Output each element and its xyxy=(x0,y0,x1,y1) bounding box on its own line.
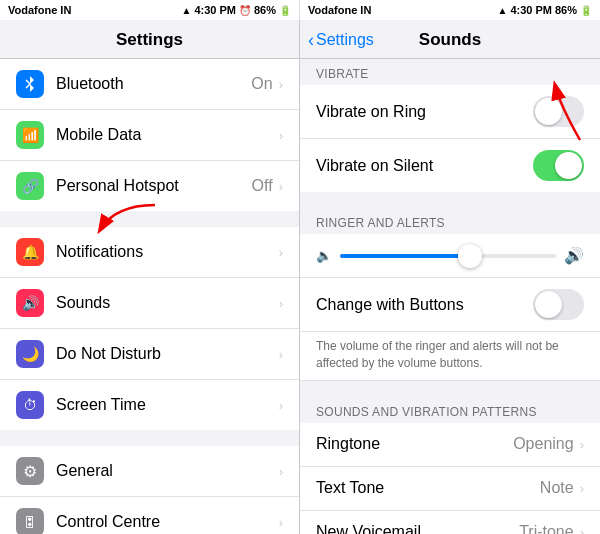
right-status-icons: ▲ 4:30 PM 86% 🔋 xyxy=(497,4,592,16)
vibrate-on-silent-item[interactable]: Vibrate on Silent xyxy=(300,139,600,192)
left-carrier: Vodafone IN xyxy=(8,4,71,16)
settings-item-notifications[interactable]: 🔔 Notifications › xyxy=(0,227,299,278)
left-panel-title: Settings xyxy=(116,30,183,49)
battery-icon: 🔋 xyxy=(279,5,291,16)
general-label: General xyxy=(56,462,279,480)
volume-slider-fill xyxy=(340,254,470,258)
general-chevron: › xyxy=(279,464,283,479)
volume-note-text: The volume of the ringer and alerts will… xyxy=(300,332,600,381)
left-status-bar: Vodafone IN ▲ 4:30 PM ⏰ 86% 🔋 xyxy=(0,0,300,20)
right-content: VIBRATE Vibrate on Ring Vibrate on Silen… xyxy=(300,59,600,534)
left-header: Settings xyxy=(0,20,299,59)
hotspot-label: Personal Hotspot xyxy=(56,177,252,195)
ringtone-value: Opening xyxy=(513,435,574,453)
patterns-section: SOUNDS AND VIBRATION PATTERNS Ringtone O… xyxy=(300,397,600,534)
change-with-buttons-toggle[interactable] xyxy=(533,289,584,320)
alarm-icon: ⏰ xyxy=(239,5,251,16)
right-header: ‹ Settings Sounds xyxy=(300,20,600,59)
change-with-buttons-knob xyxy=(535,291,562,318)
right-panel-title: Sounds xyxy=(419,30,481,50)
sounds-icon: 🔊 xyxy=(16,289,44,317)
volume-slider-track[interactable] xyxy=(340,254,556,258)
settings-item-mobile-data[interactable]: 📶 Mobile Data › xyxy=(0,110,299,161)
hotspot-value: Off xyxy=(252,177,273,195)
back-label: Settings xyxy=(316,31,374,49)
ringtone-chevron: › xyxy=(580,437,584,452)
new-voicemail-item[interactable]: New Voicemail Tri-tone › xyxy=(300,511,600,534)
wifi-icon: ▲ xyxy=(181,5,191,16)
notifications-icon: 🔔 xyxy=(16,238,44,266)
new-voicemail-label: New Voicemail xyxy=(316,523,519,534)
settings-list: Bluetooth On › 📶 Mobile Data › 🔗 Persona… xyxy=(0,59,299,534)
ringtone-item[interactable]: Ringtone Opening › xyxy=(300,423,600,467)
patterns-section-label: SOUNDS AND VIBRATION PATTERNS xyxy=(300,397,600,423)
back-button[interactable]: ‹ Settings xyxy=(308,30,374,51)
back-chevron-icon: ‹ xyxy=(308,30,314,51)
vibrate-on-ring-knob xyxy=(535,98,562,125)
settings-section-connectivity: Bluetooth On › 📶 Mobile Data › 🔗 Persona… xyxy=(0,59,299,211)
text-tone-chevron: › xyxy=(580,481,584,496)
left-battery: 86% xyxy=(254,4,276,16)
vibrate-on-ring-label: Vibrate on Ring xyxy=(316,103,533,121)
vibrate-on-silent-label: Vibrate on Silent xyxy=(316,157,533,175)
volume-slider-container: 🔈 🔊 xyxy=(300,234,600,278)
mobile-data-icon: 📶 xyxy=(16,121,44,149)
settings-item-do-not-disturb[interactable]: 🌙 Do Not Disturb › xyxy=(0,329,299,380)
settings-item-screen-time[interactable]: ⏱ Screen Time › xyxy=(0,380,299,430)
vibrate-section-label: VIBRATE xyxy=(300,59,600,85)
text-tone-item[interactable]: Text Tone Note › xyxy=(300,467,600,511)
screen-time-chevron: › xyxy=(279,398,283,413)
patterns-list: Ringtone Opening › Text Tone Note › New … xyxy=(300,423,600,534)
right-panel: ‹ Settings Sounds VIBRATE Vibrate on Rin… xyxy=(300,20,600,534)
bluetooth-label: Bluetooth xyxy=(56,75,251,93)
notifications-label: Notifications xyxy=(56,243,279,261)
settings-item-general[interactable]: ⚙ General › xyxy=(0,446,299,497)
notifications-chevron: › xyxy=(279,245,283,260)
vibrate-on-ring-item[interactable]: Vibrate on Ring xyxy=(300,85,600,139)
right-battery: 86% xyxy=(555,4,577,16)
bluetooth-chevron: › xyxy=(279,77,283,92)
left-time: 4:30 PM xyxy=(194,4,236,16)
general-icon: ⚙ xyxy=(16,457,44,485)
hotspot-chevron: › xyxy=(279,179,283,194)
main-content: Settings Bluetooth On › 📶 Mobile Data xyxy=(0,20,600,534)
bluetooth-value: On xyxy=(251,75,272,93)
settings-item-control-centre[interactable]: 🎛 Control Centre › xyxy=(0,497,299,534)
ringtone-label: Ringtone xyxy=(316,435,513,453)
screen-time-label: Screen Time xyxy=(56,396,279,414)
right-status-bar: Vodafone IN ▲ 4:30 PM 86% 🔋 xyxy=(300,0,600,20)
sounds-label: Sounds xyxy=(56,294,279,312)
left-status-icons: ▲ 4:30 PM ⏰ 86% 🔋 xyxy=(181,4,291,16)
settings-item-sounds[interactable]: 🔊 Sounds › xyxy=(0,278,299,329)
volume-slider-thumb[interactable] xyxy=(458,244,482,268)
text-tone-value: Note xyxy=(540,479,574,497)
volume-high-icon: 🔊 xyxy=(564,246,584,265)
new-voicemail-chevron: › xyxy=(580,525,584,534)
new-voicemail-value: Tri-tone xyxy=(519,523,574,534)
do-not-disturb-label: Do Not Disturb xyxy=(56,345,279,363)
status-bar: Vodafone IN ▲ 4:30 PM ⏰ 86% 🔋 Vodafone I… xyxy=(0,0,600,20)
change-with-buttons-label: Change with Buttons xyxy=(316,296,533,314)
bluetooth-icon xyxy=(16,70,44,98)
settings-section-preferences: ⚙ General › 🎛 Control Centre › AA xyxy=(0,446,299,534)
control-centre-label: Control Centre xyxy=(56,513,279,531)
control-centre-icon: 🎛 xyxy=(16,508,44,534)
vibrate-on-ring-toggle[interactable] xyxy=(533,96,584,127)
settings-item-personal-hotspot[interactable]: 🔗 Personal Hotspot Off › xyxy=(0,161,299,211)
ringer-section: RINGER AND ALERTS 🔈 🔊 Change with Button… xyxy=(300,208,600,381)
control-centre-chevron: › xyxy=(279,515,283,530)
ringer-section-label: RINGER AND ALERTS xyxy=(300,208,600,234)
sounds-chevron: › xyxy=(279,296,283,311)
do-not-disturb-chevron: › xyxy=(279,347,283,362)
do-not-disturb-icon: 🌙 xyxy=(16,340,44,368)
screen-time-icon: ⏱ xyxy=(16,391,44,419)
right-wifi-icon: ▲ xyxy=(497,5,507,16)
change-with-buttons-item[interactable]: Change with Buttons xyxy=(300,278,600,332)
volume-low-icon: 🔈 xyxy=(316,248,332,263)
settings-item-bluetooth[interactable]: Bluetooth On › xyxy=(0,59,299,110)
right-battery-icon: 🔋 xyxy=(580,5,592,16)
mobile-data-chevron: › xyxy=(279,128,283,143)
vibrate-on-silent-toggle[interactable] xyxy=(533,150,584,181)
right-time: 4:30 PM xyxy=(510,4,552,16)
right-carrier: Vodafone IN xyxy=(308,4,371,16)
